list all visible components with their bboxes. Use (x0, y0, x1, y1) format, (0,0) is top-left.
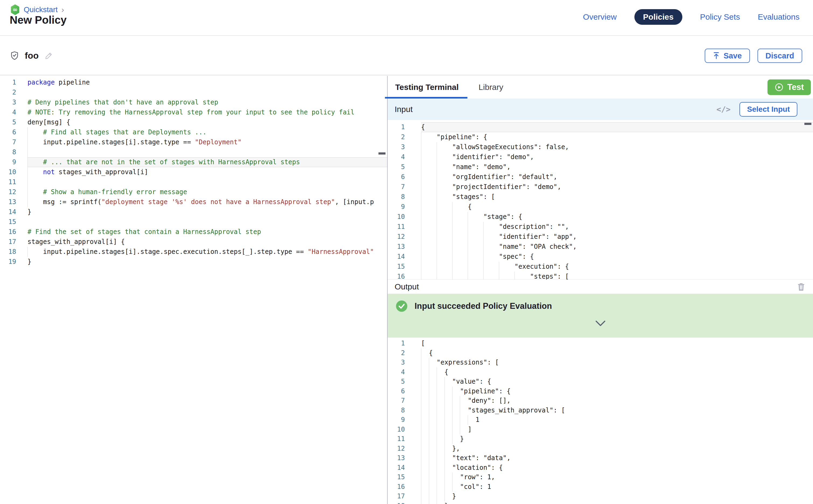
indent-guide (437, 192, 437, 202)
code-line: 12 }, (387, 444, 813, 454)
tab-testing-terminal[interactable]: Testing Terminal (392, 76, 462, 99)
policy-code-editor[interactable]: 1package pipeline23# Deny pipelines that… (0, 76, 387, 504)
code-line: 13 "text": "data", (387, 453, 813, 463)
indent-guide (445, 463, 445, 473)
code-text (27, 217, 387, 227)
edit-pencil-icon[interactable] (44, 51, 53, 60)
code-text: ] (421, 425, 813, 435)
indent-guide (27, 137, 28, 147)
indent-guide (437, 172, 437, 182)
save-button[interactable]: Save (705, 48, 750, 63)
line-number: 15 (387, 262, 421, 272)
code-line: 6 # Find all stages that are Deployments… (0, 127, 387, 137)
indent-guide (483, 272, 484, 279)
input-label: Input (394, 105, 413, 114)
indent-guide (429, 492, 429, 501)
indent-guide (437, 252, 437, 262)
code-line: 12 # Show a human-friendly error message (0, 187, 387, 197)
policy-name: foo (25, 51, 39, 61)
indent-guide (27, 127, 28, 137)
indent-guide (437, 142, 437, 152)
indent-guide (27, 167, 28, 177)
output-section-header: Output (387, 279, 813, 294)
code-text: stages_with_approval[i] { (27, 237, 387, 247)
code-line: 16# Find the set of stages that contain … (0, 227, 387, 237)
nav-tab-overview[interactable]: Overview (583, 12, 617, 22)
code-line: 7 "deny": [], (387, 396, 813, 406)
line-number: 5 (0, 117, 27, 127)
indent-guide (499, 272, 499, 279)
line-number: 6 (387, 172, 421, 182)
code-text: 1 (421, 415, 813, 425)
code-brackets-icon[interactable]: </> (717, 105, 731, 114)
indent-guide (452, 473, 453, 482)
code-text: "orgIdentifier": "default", (421, 172, 813, 182)
code-text: "col": 1 (421, 482, 813, 492)
indent-guide (429, 396, 429, 406)
output-json-editor[interactable]: 1[2 {3 "expressions": [4 {5 "value": {6 … (387, 338, 813, 504)
line-number: 2 (387, 132, 421, 142)
line-number: 15 (387, 473, 421, 482)
line-number: 3 (387, 358, 421, 367)
indent-guide (445, 473, 445, 482)
indent-guide (27, 187, 28, 197)
test-button[interactable]: Test (767, 79, 811, 95)
indent-guide (437, 425, 437, 435)
code-text: "text": "data", (421, 453, 813, 463)
indent-guide (460, 406, 460, 415)
code-line: 16 "col": 1 (387, 482, 813, 492)
indent-guide (499, 262, 499, 272)
indent-guide (452, 434, 453, 444)
trash-icon[interactable] (797, 282, 805, 291)
code-line: 17stages_with_approval[i] { (0, 237, 387, 247)
code-text: "description": "", (421, 222, 813, 232)
nav-tab-evaluations[interactable]: Evaluations (758, 12, 800, 22)
upload-icon (713, 52, 720, 59)
indent-guide (483, 252, 484, 262)
line-number: 3 (387, 142, 421, 152)
code-text: { (421, 202, 813, 212)
code-line: 15 "execution": { (387, 262, 813, 272)
indent-guide (452, 202, 453, 212)
line-number: 12 (387, 232, 421, 242)
success-check-icon (396, 300, 408, 312)
line-number: 16 (0, 227, 27, 237)
banner-message-row: Input succeeded Policy Evaluation (387, 294, 813, 312)
code-line: 6 "orgIdentifier": "default", (387, 172, 813, 182)
indent-guide (468, 262, 468, 272)
indent-guide (437, 492, 437, 501)
indent-guide (437, 262, 437, 272)
line-number: 10 (387, 425, 421, 435)
code-text: # Find the set of stages that contain a … (27, 227, 387, 237)
top-nav: Overview Policies Policy Sets Evaluation… (583, 9, 800, 25)
chevron-down-icon[interactable] (595, 320, 606, 327)
indent-guide (429, 425, 429, 435)
nav-tab-policies[interactable]: Policies (634, 9, 682, 25)
indent-guide (445, 482, 445, 492)
indent-guide (445, 434, 445, 444)
code-line: 3 "expressions": [ (387, 358, 813, 367)
line-number: 16 (387, 272, 421, 279)
tab-library[interactable]: Library (476, 76, 506, 99)
breadcrumb-project-link[interactable]: Quickstart (24, 5, 58, 14)
indent-guide (437, 444, 437, 454)
nav-tab-policy-sets[interactable]: Policy Sets (700, 12, 740, 22)
svg-text:∞: ∞ (13, 6, 18, 13)
indent-guide (445, 492, 445, 501)
discard-button[interactable]: Discard (758, 48, 802, 63)
indent-guide (27, 147, 28, 157)
line-number: 9 (0, 157, 27, 167)
select-input-button[interactable]: Select Input (739, 102, 797, 117)
code-text: } (27, 257, 387, 267)
indent-guide (452, 396, 453, 406)
code-line: 10 not stages_with_approval[i] (0, 167, 387, 177)
indent-guide (437, 182, 437, 192)
code-line: 4 "identifier": "demo", (387, 152, 813, 162)
indent-guide (437, 222, 437, 232)
line-number: 16 (387, 482, 421, 492)
indent-guide (483, 242, 484, 252)
indent-guide (437, 202, 437, 212)
code-line: 15 "row": 1, (387, 473, 813, 482)
input-json-editor[interactable]: 1{2 "pipeline": {3 "allowStageExecutions… (387, 120, 813, 279)
code-line: 7 "projectIdentifier": "demo", (387, 182, 813, 192)
